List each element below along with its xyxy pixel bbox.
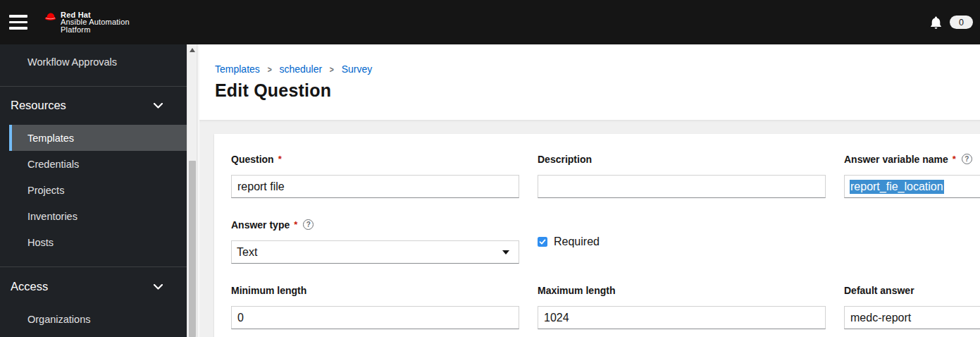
nav-label: Projects xyxy=(27,185,64,196)
sidebar-item-inventories[interactable]: Inventories xyxy=(0,203,187,229)
scrollbar-thumb[interactable] xyxy=(189,161,196,337)
required-asterisk: * xyxy=(953,154,956,164)
description-input[interactable] xyxy=(538,175,826,198)
nav-label: Organizations xyxy=(27,314,90,325)
breadcrumb-link-survey[interactable]: Survey xyxy=(342,63,373,75)
sidebar-item-templates[interactable]: Templates xyxy=(9,125,187,151)
main-content: Templates > scheduler > Survey Edit Ques… xyxy=(197,44,980,337)
nav-label: Resources xyxy=(11,99,66,112)
help-icon[interactable]: ? xyxy=(303,219,314,230)
minimum-length-field-group: Minimum length xyxy=(231,285,519,329)
required-checkbox-label[interactable]: Required xyxy=(554,235,600,248)
answer-type-field-group: Answer type * ? Text xyxy=(231,219,519,264)
sidebar-item-credentials[interactable]: Credentials xyxy=(0,151,187,177)
maximum-length-field-group: Maximum length xyxy=(538,285,826,329)
notifications-bell-icon[interactable] xyxy=(930,16,942,29)
sidebar-item-workflow-approvals[interactable]: Workflow Approvals xyxy=(0,49,187,75)
answer-variable-name-label: Answer variable name * ? xyxy=(844,154,980,166)
answer-type-selected-value: Text xyxy=(237,246,257,259)
answer-type-select[interactable]: Text xyxy=(231,240,519,264)
sidebar-divider xyxy=(0,86,187,87)
breadcrumb-link-templates[interactable]: Templates xyxy=(215,63,260,75)
breadcrumb-separator-icon: > xyxy=(268,64,272,75)
question-input[interactable] xyxy=(231,175,519,198)
chevron-down-icon xyxy=(154,284,163,290)
sidebar-item-projects[interactable]: Projects xyxy=(0,177,187,203)
nav-label: Credentials xyxy=(27,159,79,170)
spacer-cell xyxy=(844,219,980,264)
sidebar-group-access[interactable]: Access xyxy=(0,274,187,300)
sidebar-nav: Workflow Approvals Resources Templates C… xyxy=(0,44,187,337)
top-header: Red Hat Ansible Automation Platform 0 xyxy=(0,0,980,44)
chevron-down-icon xyxy=(154,103,163,109)
sidebar-item-hosts[interactable]: Hosts xyxy=(0,229,187,255)
breadcrumb-separator-icon: > xyxy=(330,64,334,75)
default-answer-label: Default answer xyxy=(844,285,980,297)
minimum-length-input[interactable] xyxy=(231,306,519,329)
maximum-length-label: Maximum length xyxy=(538,285,826,297)
nav-label: Access xyxy=(11,280,48,293)
sidebar-scrollbar[interactable] xyxy=(187,44,197,337)
question-label: Question * xyxy=(231,154,519,166)
hamburger-menu-icon[interactable] xyxy=(9,15,27,30)
default-answer-input[interactable] xyxy=(844,306,980,329)
required-field-group: Required xyxy=(538,219,826,264)
sidebar-divider xyxy=(0,266,187,267)
answer-type-label: Answer type * ? xyxy=(231,219,519,231)
redhat-fedora-icon xyxy=(44,12,56,21)
page-title: Edit Question xyxy=(215,80,980,101)
maximum-length-input[interactable] xyxy=(538,306,826,329)
sidebar-group-resources[interactable]: Resources xyxy=(0,92,187,118)
breadcrumb: Templates > scheduler > Survey xyxy=(215,63,980,75)
answer-variable-name-field-group: Answer variable name * ? report_fie_loca… xyxy=(844,154,980,198)
notifications-count-badge[interactable]: 0 xyxy=(950,16,973,29)
brand-product-line2: Platform xyxy=(61,26,130,34)
description-field-group: Description xyxy=(538,154,826,198)
description-label: Description xyxy=(538,154,826,166)
caret-down-icon xyxy=(502,250,509,255)
question-field-group: Question * xyxy=(231,154,519,198)
minimum-length-label: Minimum length xyxy=(231,285,519,297)
nav-label: Inventories xyxy=(27,211,77,222)
answer-variable-name-input[interactable]: report_fie_location xyxy=(844,175,980,198)
nav-label: Templates xyxy=(27,133,74,144)
content-panel: Question * Description Answer variable n… xyxy=(199,120,980,337)
breadcrumb-link-scheduler[interactable]: scheduler xyxy=(279,63,322,75)
edit-question-form-card: Question * Description Answer variable n… xyxy=(214,134,980,337)
sidebar-item-organizations[interactable]: Organizations xyxy=(0,306,187,332)
required-asterisk: * xyxy=(278,154,282,164)
help-icon[interactable]: ? xyxy=(962,154,972,164)
default-answer-field-group: Default answer xyxy=(844,285,980,329)
scrollbar-up-arrow-icon[interactable] xyxy=(190,48,195,52)
brand-logo: Red Hat Ansible Automation Platform xyxy=(44,11,130,34)
nav-label: Hosts xyxy=(27,237,54,248)
required-checkbox[interactable] xyxy=(538,237,547,247)
required-asterisk: * xyxy=(294,219,297,230)
nav-label: Workflow Approvals xyxy=(27,56,117,68)
selected-text: report_fie_location xyxy=(850,180,944,194)
